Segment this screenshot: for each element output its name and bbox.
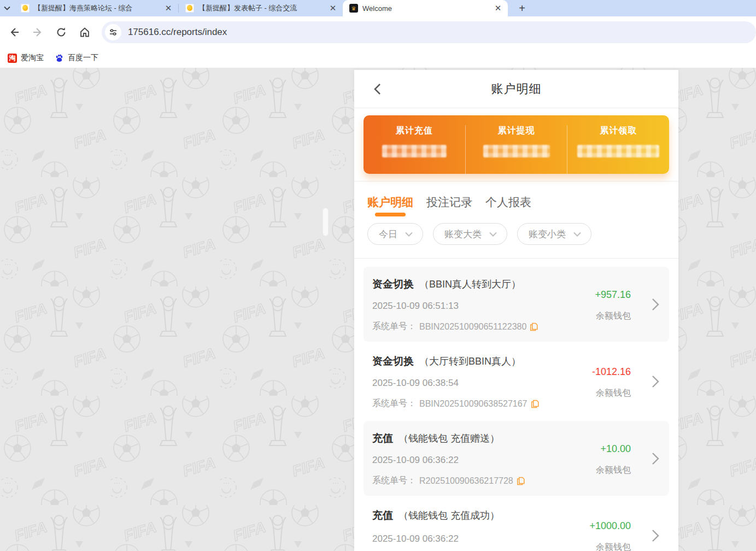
copy-icon[interactable] xyxy=(530,323,538,331)
tab-account-detail[interactable]: 账户明细 xyxy=(367,195,413,220)
order-number: BBIN202510090638527167 xyxy=(419,399,528,409)
bookmark-label: 百度一下 xyxy=(68,53,98,63)
close-icon[interactable]: ✕ xyxy=(329,4,337,13)
baidu-paw-icon xyxy=(55,54,64,63)
chevron-right-icon[interactable] xyxy=(652,298,659,311)
active-tab-underline xyxy=(375,213,406,216)
tab-title: 【新提醒】海燕策略论坛 - 综合 xyxy=(34,3,160,13)
summary-section: 累计充值 累计提现 累计领取 xyxy=(354,108,678,181)
order-line: 系统单号：BBIN202510090638527167 xyxy=(372,398,554,409)
order-line: 系统单号：BBIN202510090651122380 xyxy=(372,321,554,332)
transaction-row[interactable]: 充值 （钱能钱包 充值赠送） 2025-10-09 06:36:22 系统单号：… xyxy=(364,421,669,496)
taobao-icon: 淘 xyxy=(8,54,17,63)
transaction-wallet: 余额钱包 xyxy=(596,465,631,476)
panel-header: 账户明细 xyxy=(354,70,678,108)
browser-tab-1[interactable]: 【新提醒】海燕策略论坛 - 综合 ✕ xyxy=(14,0,178,16)
transaction-amount: +957.16 xyxy=(595,289,631,301)
order-label: 系统单号： xyxy=(372,321,416,332)
transaction-amount: +1000.00 xyxy=(589,520,631,532)
transaction-row[interactable]: 资金切换 （大厅转到BBIN真人） 2025-10-09 06:38:54 系统… xyxy=(364,344,669,419)
summary-label: 累计充值 xyxy=(396,125,433,137)
back-icon[interactable] xyxy=(5,23,24,42)
browser-tab-active[interactable]: ♛ Welcome ✕ xyxy=(343,0,508,16)
masked-amount xyxy=(382,145,447,157)
copy-icon[interactable] xyxy=(517,477,525,485)
transaction-subtitle: （大厅转到BBIN真人） xyxy=(419,355,521,368)
transaction-type: 资金切换 xyxy=(372,277,414,291)
page-tabs: 账户明细 投注记录 个人报表 xyxy=(367,195,665,220)
close-icon[interactable]: ✕ xyxy=(494,4,502,13)
summary-total-claim: 累计领取 xyxy=(567,125,669,174)
summary-label: 累计领取 xyxy=(600,125,637,137)
transaction-type: 充值 xyxy=(372,431,393,446)
page-viewport: FIFA xyxy=(0,68,756,551)
tabs-section: 账户明细 投注记录 个人报表 今日 账变大类 账变小类 xyxy=(354,181,678,259)
back-chevron-icon[interactable] xyxy=(368,80,387,98)
home-icon[interactable] xyxy=(75,23,94,42)
tab-bet-records[interactable]: 投注记录 xyxy=(426,195,472,220)
transaction-subtitle: （BBIN真人转到大厅） xyxy=(419,278,521,291)
transaction-info: 资金切换 （BBIN真人转到大厅） 2025-10-09 06:51:13 系统… xyxy=(372,277,554,332)
summary-total-deposit: 累计充值 xyxy=(364,125,465,174)
transaction-row[interactable]: 充值 （钱能钱包 充值成功） 2025-10-09 06:36:22 +1000… xyxy=(364,498,669,551)
forum-favicon-icon xyxy=(21,4,30,13)
transaction-info: 充值 （钱能钱包 充值赠送） 2025-10-09 06:36:22 系统单号：… xyxy=(372,431,554,486)
transaction-row[interactable]: 资金切换 （BBIN真人转到大厅） 2025-10-09 06:51:13 系统… xyxy=(364,267,669,342)
bookmark-label: 爱淘宝 xyxy=(21,53,44,63)
page-title: 账户明细 xyxy=(491,81,542,97)
transaction-type: 充值 xyxy=(372,508,393,523)
chevron-right-icon[interactable] xyxy=(652,375,659,388)
filter-major-category-dropdown[interactable]: 账变大类 xyxy=(433,223,507,245)
address-bar[interactable]: 175616.cc/reports/index xyxy=(102,21,756,43)
forum-favicon-icon xyxy=(185,4,194,13)
copy-icon[interactable] xyxy=(531,400,539,408)
transaction-amount: -1012.16 xyxy=(592,366,631,378)
close-icon[interactable]: ✕ xyxy=(164,4,173,13)
chevron-right-icon[interactable] xyxy=(652,452,659,465)
scrollbar-thumb[interactable] xyxy=(323,208,329,236)
order-number: BBIN202510090651122380 xyxy=(419,322,526,332)
transaction-amount-block: +10.00 余额钱包 xyxy=(554,431,631,486)
chevron-down-icon xyxy=(405,232,413,237)
transaction-amount-block: +957.16 余额钱包 xyxy=(554,277,631,332)
order-label: 系统单号： xyxy=(372,398,416,409)
transaction-amount-block: -1012.16 余额钱包 xyxy=(554,354,631,409)
tab-title: Welcome xyxy=(362,4,489,13)
site-favicon-icon: ♛ xyxy=(349,4,358,13)
bookmarks-bar: 淘 爱淘宝 百度一下 xyxy=(0,48,756,68)
transaction-datetime: 2025-10-09 06:38:54 xyxy=(372,378,554,389)
transaction-list: 资金切换 （BBIN真人转到大厅） 2025-10-09 06:51:13 系统… xyxy=(354,259,678,551)
order-line: 系统单号：R202510090636217728 xyxy=(372,475,554,486)
chevron-down-icon xyxy=(489,232,497,237)
transaction-datetime: 2025-10-09 06:36:22 xyxy=(372,455,554,466)
url-text[interactable]: 175616.cc/reports/index xyxy=(128,27,227,38)
browser-toolbar: 175616.cc/reports/index xyxy=(0,16,756,48)
tab-list-chevron-icon[interactable] xyxy=(0,0,14,16)
filter-row: 今日 账变大类 账变小类 xyxy=(367,221,665,258)
browser-tabstrip: 【新提醒】海燕策略论坛 - 综合 ✕ 【新提醒】发表帖子 - 综合交流 ✕ ♛ … xyxy=(0,0,756,16)
filter-date-dropdown[interactable]: 今日 xyxy=(367,223,423,245)
chevron-right-icon[interactable] xyxy=(652,529,659,542)
transaction-datetime: 2025-10-09 06:51:13 xyxy=(372,301,554,312)
tab-title: 【新提醒】发表帖子 - 综合交流 xyxy=(198,3,324,13)
tab-personal-report[interactable]: 个人报表 xyxy=(485,195,531,220)
browser-tab-2[interactable]: 【新提醒】发表帖子 - 综合交流 ✕ xyxy=(179,0,343,16)
summary-total-withdraw: 累计提现 xyxy=(465,125,567,174)
transaction-datetime: 2025-10-09 06:36:22 xyxy=(372,534,554,544)
new-tab-button[interactable]: + xyxy=(514,1,530,16)
transaction-amount: +10.00 xyxy=(600,443,631,455)
filter-minor-category-dropdown[interactable]: 账变小类 xyxy=(517,223,591,245)
transaction-wallet: 余额钱包 xyxy=(596,310,631,322)
summary-label: 累计提现 xyxy=(498,125,535,137)
chevron-down-icon xyxy=(573,232,581,237)
transaction-amount-block: +1000.00 余额钱包 xyxy=(554,508,631,551)
transaction-type: 资金切换 xyxy=(372,354,414,368)
masked-amount xyxy=(483,145,550,157)
transaction-wallet: 余额钱包 xyxy=(596,388,631,399)
site-settings-icon[interactable] xyxy=(105,24,121,40)
forward-icon[interactable] xyxy=(28,23,47,42)
bookmark-aitaobao[interactable]: 淘 爱淘宝 xyxy=(2,51,49,65)
reload-icon[interactable] xyxy=(52,23,71,42)
bookmark-baidu[interactable]: 百度一下 xyxy=(49,51,104,65)
order-label: 系统单号： xyxy=(372,475,416,486)
